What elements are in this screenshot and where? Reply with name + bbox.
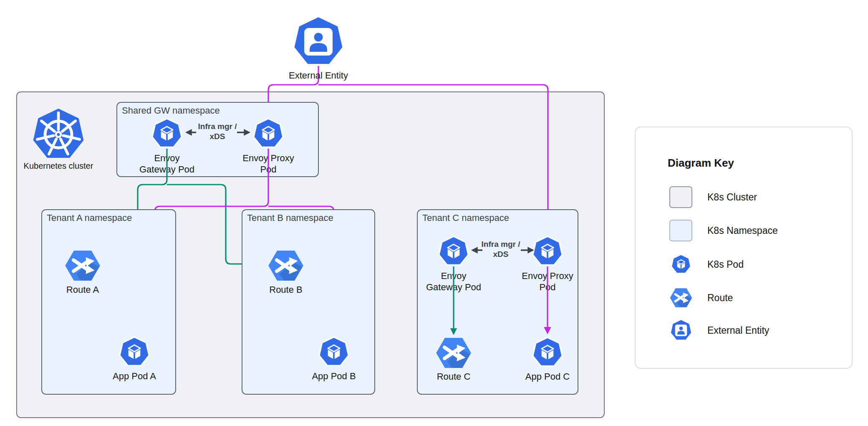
route-a-label: Route A (66, 284, 99, 295)
shared-infra-mgr-label-line2: xDS (210, 132, 225, 141)
external-entity-icon (294, 17, 343, 64)
legend-item-label: External Entity (707, 325, 770, 336)
kubernetes-cluster-label: Kubernetes cluster (24, 161, 93, 170)
tenant-c-infra-mgr-label-line2: xDS (493, 250, 509, 259)
legend-item-label: Route (707, 292, 733, 303)
tenant-c-envoy-gateway-pod-icon (439, 236, 468, 265)
external-entity-label: External Entity (289, 70, 348, 81)
shared-gw-namespace: Shared GW namespace Envoy Gateway Pod En… (117, 102, 318, 177)
app-pod-b-label: App Pod B (312, 371, 356, 381)
legend-item-label: K8s Pod (707, 259, 744, 270)
shared-gw-namespace-title: Shared GW namespace (122, 105, 220, 116)
k8s-pod-icon (671, 254, 691, 273)
tenant-c-infra-mgr-label-line1: Infra mgr / (482, 240, 521, 248)
shared-envoy-proxy-pod-icon (254, 119, 283, 147)
envoy-gateway-architecture-diagram: External Entity Kubernetes cluster Share… (0, 0, 868, 426)
tenant-b-namespace-title: Tenant B namespace (247, 213, 333, 223)
legend-item-label: K8s Cluster (707, 192, 757, 203)
app-pod-a-icon (120, 337, 149, 366)
tenant-c-namespace: Tenant C namespace Envoy Gateway Pod Env… (417, 210, 578, 394)
route-c-label: Route C (437, 371, 471, 382)
tenant-c-namespace-title: Tenant C namespace (422, 213, 509, 223)
shared-envoy-gateway-pod-icon (152, 119, 182, 147)
tenant-a-namespace-box (42, 210, 176, 394)
app-pod-c-icon (533, 337, 562, 366)
tenant-a-namespace: Tenant A namespace Route A App Pod A (42, 210, 176, 394)
k8s-cluster-swatch (670, 187, 692, 208)
legend-title: Diagram Key (668, 157, 734, 169)
tenant-a-namespace-title: Tenant A namespace (47, 213, 132, 223)
external-entity-node: External Entity (289, 17, 348, 81)
k8s-namespace-swatch (670, 220, 692, 241)
route-b-label: Route B (269, 284, 303, 295)
legend-item-label: K8s Namespace (707, 225, 778, 236)
diagram-svg: External Entity Kubernetes cluster Share… (0, 0, 868, 426)
app-pod-b-icon (319, 337, 348, 366)
shared-infra-mgr-label-line1: Infra mgr / (198, 122, 237, 131)
tenant-c-envoy-proxy-pod-icon (533, 236, 562, 265)
tenant-b-namespace-box (242, 210, 375, 394)
app-pod-c-label: App Pod C (525, 371, 570, 382)
tenant-b-namespace: Tenant B namespace Route B App Pod B (242, 210, 375, 394)
diagram-key-legend: Diagram Key K8s Cluster K8s Namespace K8… (635, 127, 852, 368)
app-pod-a-label: App Pod A (113, 371, 156, 381)
